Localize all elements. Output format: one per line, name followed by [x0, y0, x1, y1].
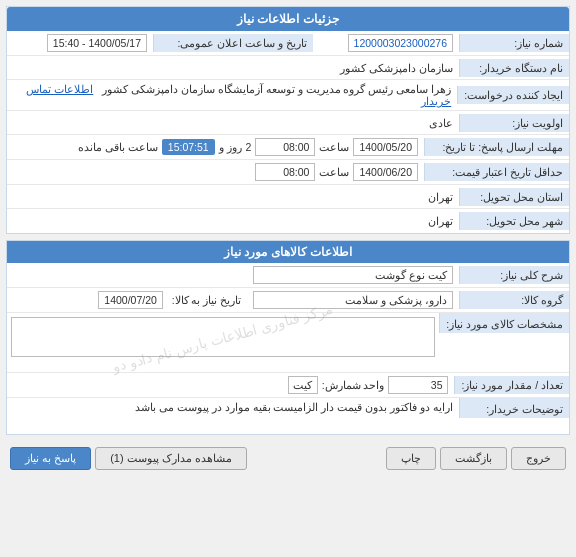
- tozih-label: توضیحات خریدار:: [459, 398, 569, 418]
- tedad-box: 35: [388, 376, 448, 394]
- namDastgah-value: سازمان دامپزشکی کشور: [7, 59, 459, 77]
- goroh-label: گروه کالا:: [459, 291, 569, 309]
- tedad-value: 35 واحد شمارش: کیت: [7, 373, 454, 397]
- row-ostan: استان محل تحویل: تهران: [7, 185, 569, 209]
- ostan-label: استان محل تحویل:: [459, 188, 569, 206]
- olaviyat-value: عادی: [7, 114, 459, 132]
- row-abad: ایجاد کننده درخواست: زهرا سامعی رئیس گرو…: [7, 80, 569, 111]
- shomareNiaz-box: 1200003023000276: [348, 34, 453, 52]
- row-goroh: گروه کالا: دارو، پزشکی و سلامت تاریخ نیا…: [7, 288, 569, 313]
- row-mohlat: مهلت ارسال پاسخ: تا تاریخ: 1400/05/20 سا…: [7, 135, 569, 160]
- tarikh-saat-label: تاریخ و ساعت اعلان عمومی:: [153, 34, 313, 52]
- row-tozih: توضیحات خریدار: ارایه دو فاکتور بدون قیم…: [7, 398, 569, 434]
- page-container: جزئیات اطلاعات نیاز شماره نیاز: 12000030…: [0, 0, 576, 482]
- row-olaviyat: اولویت نیاز: عادی: [7, 111, 569, 135]
- mohlat-saat-mande: ساعت باقی مانده: [78, 141, 158, 153]
- sharh-box: کیت نوع گوشت: [253, 266, 453, 284]
- abad-text: زهرا سامعی رئیس گروه مدیریت و توسعه آزما…: [102, 83, 451, 95]
- jadval-label: حداقل تاریخ اعتبار قیمت:: [424, 163, 569, 181]
- vahed-box: کیت: [288, 376, 318, 394]
- section2-title: اطلاعات کالاهای مورد نیاز: [7, 241, 569, 263]
- row-shahr: شهر محل تحویل: تهران: [7, 209, 569, 233]
- tarikh-saat-value: 1400/05/17 - 15:40: [7, 31, 153, 55]
- bottom-buttons: خروج بازگشت چاپ مشاهده مدارک پیوست (1) پ…: [6, 441, 570, 476]
- mohlat-date-box: 1400/05/20: [353, 138, 418, 156]
- moshakhasat-textarea[interactable]: [11, 317, 435, 357]
- sharh-value: کیت نوع گوشت: [7, 263, 459, 287]
- mohlat-saat-box: 08:00: [255, 138, 315, 156]
- row-namDastgah: نام دستگاه خریدار: سازمان دامپزشکی کشور: [7, 56, 569, 80]
- jadval-saat-box: 08:00: [255, 163, 315, 181]
- tedad-count-row: 35 واحد شمارش: کیت: [13, 376, 448, 394]
- tedad-label: تعداد / مقدار مورد نیاز:: [454, 376, 569, 394]
- jadval-inline: 1400/06/20 ساعت 08:00: [13, 163, 418, 181]
- ostan-value: تهران: [7, 188, 459, 206]
- moshakhasat-label: مشخصات کالای مورد نیاز:: [439, 313, 569, 333]
- row-shomareNiaz: شماره نیاز: 1200003023000276 تاریخ و ساع…: [7, 31, 569, 56]
- left-buttons: خروج بازگشت چاپ: [386, 447, 566, 470]
- goroh-text: دارو، پزشکی و سلامت: [345, 294, 447, 306]
- sharh-label: شرح کلی نیاز:: [459, 266, 569, 284]
- jadval-date-box: 1400/06/20: [353, 163, 418, 181]
- mohlat-rooz: 2: [246, 141, 252, 153]
- tarikh-niaz-label: تاریخ نیاز به کالا:: [172, 294, 242, 306]
- tozih-value: ارایه دو فاکتور بدون قیمت دار الزامیست ب…: [7, 398, 459, 416]
- right-buttons: مشاهده مدارک پیوست (1) پاسخ به نیاز: [10, 447, 247, 470]
- namDastgah-label: نام دستگاه خریدار:: [459, 59, 569, 77]
- mohlat-label: مهلت ارسال پاسخ: تا تاریخ:: [424, 138, 569, 156]
- moshahede-button[interactable]: مشاهده مدارک پیوست (1): [95, 447, 247, 470]
- section2: اطلاعات کالاهای مورد نیاز شرح کلی نیاز: …: [6, 240, 570, 435]
- mohlat-time-highlight: 15:07:51: [162, 139, 215, 155]
- row-tedad: تعداد / مقدار مورد نیاز: 35 واحد شمارش: …: [7, 373, 569, 398]
- section1: جزئیات اطلاعات نیاز شماره نیاز: 12000030…: [6, 6, 570, 234]
- vahed-label: واحد شمارش:: [322, 379, 385, 391]
- mohlat-saat-label: ساعت: [319, 141, 349, 153]
- abad-value: زهرا سامعی رئیس گروه مدیریت و توسعه آزما…: [7, 80, 457, 110]
- shahr-value: تهران: [7, 212, 459, 230]
- abad-label: ایجاد کننده درخواست:: [457, 86, 569, 104]
- shomareNiaz-label: شماره نیاز:: [459, 34, 569, 52]
- bazgasht-button[interactable]: بازگشت: [440, 447, 507, 470]
- chap-button[interactable]: چاپ: [386, 447, 436, 470]
- khoroj-button[interactable]: خروج: [511, 447, 566, 470]
- mohlat-baghimande: روز و: [219, 141, 242, 153]
- jadval-saat-label: ساعت: [319, 166, 349, 178]
- row-jadval: حداقل تاریخ اعتبار قیمت: 1400/06/20 ساعت…: [7, 160, 569, 185]
- shomareNiaz-value: 1200003023000276: [313, 31, 459, 55]
- tarikh-saat-box: 1400/05/17 - 15:40: [47, 34, 147, 52]
- shahr-label: شهر محل تحویل:: [459, 212, 569, 230]
- moshakhasat-value: مرکز فناوری اطلاعات پارس نام دادو دو: [7, 313, 439, 363]
- tozih-text: ارایه دو فاکتور بدون قیمت دار الزامیست ب…: [135, 401, 453, 413]
- jadval-value: 1400/06/20 ساعت 08:00: [7, 160, 424, 184]
- goroh-value: دارو، پزشکی و سلامت تاریخ نیاز به کالا: …: [7, 288, 459, 312]
- goroh-box: دارو، پزشکی و سلامت: [253, 291, 453, 309]
- yasekh-button[interactable]: پاسخ به نیاز: [10, 447, 91, 470]
- row-moshakhasat: مشخصات کالای مورد نیاز: مرکز فناوری اطلا…: [7, 313, 569, 373]
- tarikh-niaz-box: 1400/07/20: [98, 291, 163, 309]
- row-sharh: شرح کلی نیاز: کیت نوع گوشت: [7, 263, 569, 288]
- olaviyat-label: اولویت نیاز:: [459, 114, 569, 132]
- section1-title: جزئیات اطلاعات نیاز: [7, 7, 569, 31]
- mohlat-value: 1400/05/20 ساعت 08:00 2 روز و 15:07:51 س…: [7, 135, 424, 159]
- mohlat-inline: 1400/05/20 ساعت 08:00 2 روز و 15:07:51 س…: [13, 138, 418, 156]
